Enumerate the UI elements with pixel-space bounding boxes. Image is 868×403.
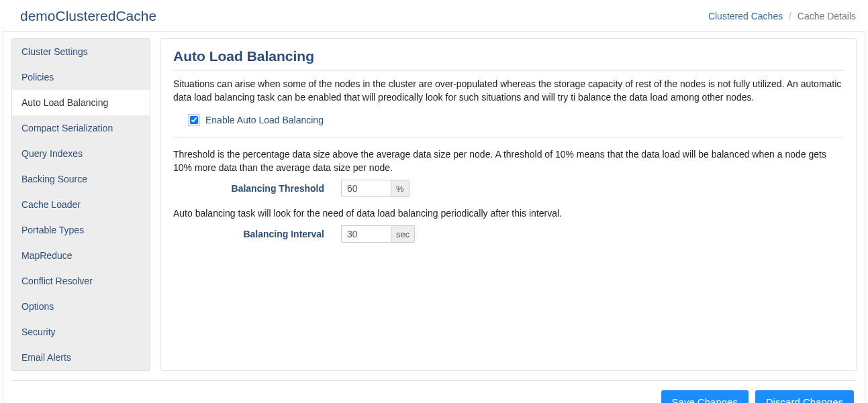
interval-description: Auto balancing task will look for the ne… xyxy=(173,207,844,220)
balancing-threshold-input[interactable] xyxy=(341,180,391,197)
threshold-unit: % xyxy=(391,180,409,197)
sidebar-item-cluster-settings[interactable]: Cluster Settings xyxy=(12,39,150,64)
sidebar-item-cache-loader[interactable]: Cache Loader xyxy=(12,192,150,217)
sidebar-item-conflict-resolver[interactable]: Conflict Resolver xyxy=(12,268,150,294)
enable-checkbox-wrap[interactable] xyxy=(188,114,200,126)
intro-text: Situations can arise when some of the no… xyxy=(173,77,844,105)
sidebar-item-query-indexes[interactable]: Query Indexes xyxy=(12,141,150,166)
breadcrumb: Clustered Caches / Cache Details xyxy=(708,11,856,21)
sidebar-item-email-alerts[interactable]: Email Alerts xyxy=(12,345,150,370)
breadcrumb-separator: / xyxy=(785,11,795,21)
sidebar-item-policies[interactable]: Policies xyxy=(12,64,150,90)
sidebar-item-mapreduce[interactable]: MapReduce xyxy=(12,243,150,268)
balancing-interval-label: Balancing Interval xyxy=(173,229,341,239)
interval-unit: sec xyxy=(391,225,415,243)
enable-checkbox-label: Enable Auto Load Balancing xyxy=(205,115,324,125)
sidebar-item-portable-types[interactable]: Portable Types xyxy=(12,217,150,243)
balancing-threshold-label: Balancing Threshold xyxy=(173,183,341,194)
content-panel: Auto Load Balancing Situations can arise… xyxy=(160,38,857,371)
breadcrumb-parent-link[interactable]: Clustered Caches xyxy=(708,11,783,21)
breadcrumb-current: Cache Details xyxy=(798,11,856,21)
balancing-interval-input[interactable] xyxy=(341,225,391,243)
footer-separator xyxy=(11,380,857,381)
page-title: demoClusteredCache xyxy=(20,8,156,24)
sidebar-item-compact-serialization[interactable]: Compact Serialization xyxy=(12,115,150,141)
section-heading: Auto Load Balancing xyxy=(173,48,844,70)
discard-changes-button[interactable]: Discard Changes xyxy=(755,390,854,403)
sidebar-item-options[interactable]: Options xyxy=(12,294,150,319)
save-changes-button[interactable]: Save Changes xyxy=(661,390,749,403)
sidebar-item-security[interactable]: Security xyxy=(12,319,150,345)
threshold-description: Threshold is the percentage data size ab… xyxy=(173,148,844,175)
sidebar-item-backing-source[interactable]: Backing Source xyxy=(12,166,150,192)
enable-auto-load-balancing-checkbox[interactable] xyxy=(190,116,198,124)
sidebar: Cluster SettingsPoliciesAuto Load Balanc… xyxy=(11,38,150,371)
sidebar-item-auto-load-balancing[interactable]: Auto Load Balancing xyxy=(12,90,150,115)
